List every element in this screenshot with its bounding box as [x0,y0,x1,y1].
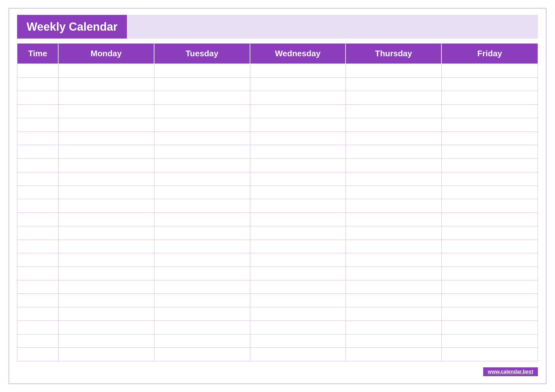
cell-row6-col2[interactable] [154,145,250,158]
cell-row10-col1[interactable] [59,199,154,212]
cell-row15-col2[interactable] [154,267,250,280]
cell-row17-col2[interactable] [154,294,250,307]
cell-row18-col5[interactable] [442,307,538,321]
cell-row13-col2[interactable] [154,240,250,253]
cell-row21-col5[interactable] [442,348,538,361]
cell-row7-col0[interactable] [17,159,59,172]
cell-row20-col1[interactable] [59,334,154,348]
cell-row11-col0[interactable] [17,213,59,226]
cell-row0-col4[interactable] [346,64,442,77]
cell-row17-col3[interactable] [250,294,346,307]
cell-row5-col3[interactable] [250,132,346,145]
cell-row2-col4[interactable] [346,91,442,104]
cell-row6-col1[interactable] [59,145,154,158]
cell-row17-col5[interactable] [442,294,538,307]
cell-row16-col0[interactable] [17,280,59,294]
cell-row1-col1[interactable] [59,78,154,91]
cell-row8-col4[interactable] [346,172,442,186]
cell-row6-col4[interactable] [346,145,442,158]
cell-row7-col3[interactable] [250,159,346,172]
cell-row20-col5[interactable] [442,334,538,348]
cell-row10-col5[interactable] [442,199,538,212]
cell-row0-col2[interactable] [154,64,250,77]
cell-row16-col4[interactable] [346,280,442,294]
cell-row2-col3[interactable] [250,91,346,104]
cell-row3-col2[interactable] [154,105,250,118]
cell-row10-col0[interactable] [17,199,59,212]
cell-row0-col3[interactable] [250,64,346,77]
cell-row18-col1[interactable] [59,307,154,321]
cell-row14-col2[interactable] [154,253,250,266]
cell-row21-col2[interactable] [154,348,250,361]
cell-row5-col0[interactable] [17,132,59,145]
cell-row6-col0[interactable] [17,145,59,158]
cell-row19-col1[interactable] [59,321,154,334]
cell-row4-col2[interactable] [154,118,250,132]
cell-row1-col3[interactable] [250,78,346,91]
cell-row11-col1[interactable] [59,213,154,226]
cell-row1-col5[interactable] [442,78,538,91]
cell-row8-col1[interactable] [59,172,154,186]
cell-row17-col4[interactable] [346,294,442,307]
cell-row8-col3[interactable] [250,172,346,186]
cell-row11-col5[interactable] [442,213,538,226]
cell-row7-col5[interactable] [442,159,538,172]
cell-row19-col4[interactable] [346,321,442,334]
cell-row13-col5[interactable] [442,240,538,253]
cell-row7-col1[interactable] [59,159,154,172]
cell-row8-col0[interactable] [17,172,59,186]
footer-link[interactable]: www.calendar.best [483,367,538,376]
cell-row9-col4[interactable] [346,186,442,199]
cell-row14-col5[interactable] [442,253,538,266]
cell-row20-col0[interactable] [17,334,59,348]
cell-row14-col3[interactable] [250,253,346,266]
cell-row9-col3[interactable] [250,186,346,199]
cell-row15-col3[interactable] [250,267,346,280]
cell-row16-col3[interactable] [250,280,346,294]
cell-row2-col1[interactable] [59,91,154,104]
cell-row10-col4[interactable] [346,199,442,212]
cell-row2-col5[interactable] [442,91,538,104]
cell-row5-col2[interactable] [154,132,250,145]
cell-row5-col5[interactable] [442,132,538,145]
cell-row21-col0[interactable] [17,348,59,361]
cell-row6-col5[interactable] [442,145,538,158]
cell-row16-col5[interactable] [442,280,538,294]
cell-row4-col0[interactable] [17,118,59,132]
cell-row1-col2[interactable] [154,78,250,91]
cell-row9-col1[interactable] [59,186,154,199]
cell-row18-col4[interactable] [346,307,442,321]
cell-row20-col2[interactable] [154,334,250,348]
cell-row2-col2[interactable] [154,91,250,104]
cell-row13-col3[interactable] [250,240,346,253]
cell-row17-col1[interactable] [59,294,154,307]
cell-row19-col0[interactable] [17,321,59,334]
cell-row5-col1[interactable] [59,132,154,145]
cell-row2-col0[interactable] [17,91,59,104]
cell-row3-col5[interactable] [442,105,538,118]
cell-row12-col5[interactable] [442,226,538,240]
cell-row11-col3[interactable] [250,213,346,226]
cell-row4-col4[interactable] [346,118,442,132]
cell-row10-col3[interactable] [250,199,346,212]
cell-row8-col2[interactable] [154,172,250,186]
cell-row17-col0[interactable] [17,294,59,307]
cell-row9-col2[interactable] [154,186,250,199]
cell-row1-col4[interactable] [346,78,442,91]
cell-row4-col5[interactable] [442,118,538,132]
cell-row21-col1[interactable] [59,348,154,361]
cell-row7-col4[interactable] [346,159,442,172]
cell-row1-col0[interactable] [17,78,59,91]
cell-row18-col2[interactable] [154,307,250,321]
cell-row14-col0[interactable] [17,253,59,266]
cell-row4-col3[interactable] [250,118,346,132]
cell-row19-col5[interactable] [442,321,538,334]
cell-row15-col5[interactable] [442,267,538,280]
cell-row3-col1[interactable] [59,105,154,118]
cell-row12-col1[interactable] [59,226,154,240]
cell-row10-col2[interactable] [154,199,250,212]
cell-row9-col5[interactable] [442,186,538,199]
cell-row14-col4[interactable] [346,253,442,266]
cell-row3-col3[interactable] [250,105,346,118]
cell-row13-col4[interactable] [346,240,442,253]
